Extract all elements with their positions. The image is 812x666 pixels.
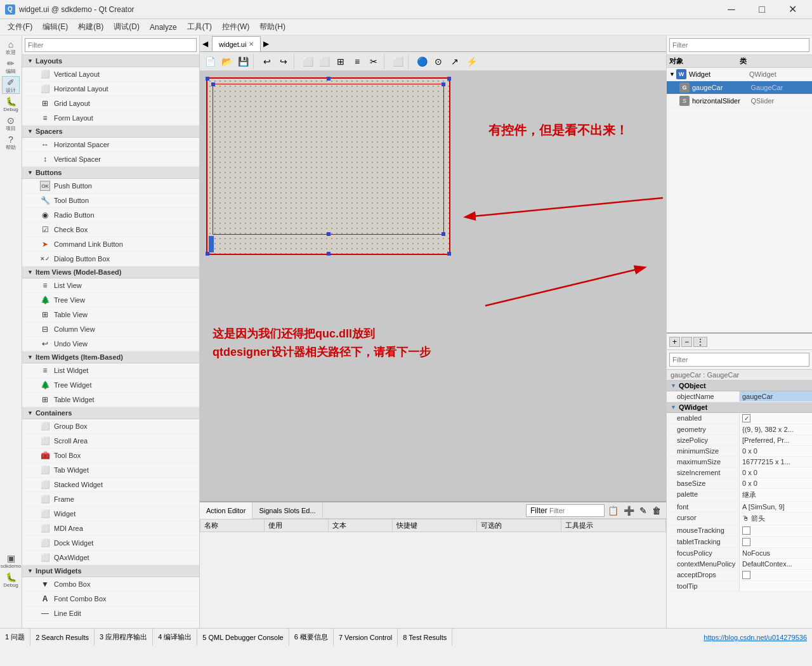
widget-horizontal-spacer[interactable]: ↔ Horizontal Spacer (22, 138, 199, 152)
status-qml-debug[interactable]: 5 QML Debugger Console (197, 629, 289, 646)
widget-horizontal-layout[interactable]: ⬜ Horizontal Layout (22, 82, 199, 96)
tab-arrow-left[interactable]: ◀ (200, 36, 211, 51)
menu-analyze[interactable]: Analyze (145, 22, 182, 33)
widget-undo-view[interactable]: ↩ Undo View (22, 337, 199, 351)
status-app-output[interactable]: 3 应用程序输出 (95, 629, 153, 646)
prop-category-qwidget[interactable]: ▼ QWidget (667, 402, 812, 413)
category-item-widgets[interactable]: Item Widgets (Item-Based) (22, 351, 199, 363)
prop-value-geometry[interactable]: {(9, 9), 382 x 2... (740, 424, 812, 434)
widget-stacked-widget[interactable]: ⬜ Stacked Widget (22, 478, 199, 492)
tb-undo[interactable]: ↩ (259, 54, 275, 69)
menu-help[interactable]: 帮助(H) (254, 20, 291, 34)
sidebar-help[interactable]: ? 帮助 (2, 133, 20, 151)
widget-tool-button[interactable]: 🔧 Tool Button (22, 193, 199, 208)
action-delete-btn[interactable]: 🗑 (650, 504, 664, 517)
widget-dock-widget[interactable]: ⬜ Dock Widget (22, 536, 199, 551)
canvas-widget[interactable] (206, 77, 450, 255)
action-new-btn[interactable]: ➕ (621, 504, 637, 517)
prop-value-minimumsize[interactable]: 0 x 0 (740, 446, 812, 456)
tablettracking-checkbox[interactable] (742, 538, 750, 546)
prop-value-contextmenupolicy[interactable]: DefaultContex... (740, 559, 812, 569)
menu-file[interactable]: 文件(F) (3, 20, 37, 34)
tb-grid-layout[interactable]: ⊞ (333, 54, 348, 69)
prop-value-sizepolicy[interactable]: [Preferred, Pr... (740, 435, 812, 445)
tb-signal-slot[interactable]: ⚡ (464, 54, 479, 69)
sidebar-project[interactable]: ⊙ 项目 (2, 114, 20, 132)
obj-row-gaugecar[interactable]: G gaugeCar GaugeCar (667, 81, 812, 95)
widget-qaxwidget[interactable]: ⬜ QAxWidget (22, 551, 199, 565)
obj-row-slider[interactable]: S horizontalSlider QSlider (667, 95, 812, 108)
tab-widget-ui[interactable]: widget.ui ✕ (212, 36, 261, 51)
menu-build[interactable]: 构建(B) (73, 20, 108, 34)
prop-value-sizeincrement[interactable]: 0 x 0 (740, 467, 812, 478)
handle-bm[interactable] (327, 252, 331, 256)
mousetracking-checkbox[interactable] (742, 526, 750, 535)
widget-tool-box[interactable]: 🧰 Tool Box (22, 448, 199, 463)
tab-close-widget-ui[interactable]: ✕ (249, 41, 254, 48)
prop-value-basesize[interactable]: 0 x 0 (740, 478, 812, 488)
prop-more-btn[interactable]: ⋮ (693, 337, 707, 347)
widget-radio-button[interactable]: ◉ Radio Button (22, 208, 199, 223)
widget-command-link[interactable]: ➤ Command Link Button (22, 237, 199, 252)
tb-buddy[interactable]: ↗ (447, 54, 462, 69)
widget-font-combo-box[interactable]: A Font Combo Box (22, 592, 199, 606)
tb-break-layout[interactable]: ✂ (366, 54, 381, 69)
obj-row-widget[interactable]: ▼ W Widget QWidget (667, 68, 812, 81)
sidebar-design[interactable]: ✐ 设计 (2, 76, 20, 94)
prop-add-btn[interactable]: + (669, 337, 680, 347)
handle-br[interactable] (447, 252, 451, 256)
tab-arrow-right[interactable]: ▶ (261, 36, 272, 51)
widget-tab-widget[interactable]: ⬜ Tab Widget (22, 463, 199, 478)
widget-push-button[interactable]: OK Push Button (22, 179, 199, 193)
widget-tree-view[interactable]: 🌲 Tree View (22, 293, 199, 308)
tb-redo[interactable]: ↪ (276, 54, 291, 69)
menu-debug[interactable]: 调试(D) (108, 20, 145, 34)
category-layouts[interactable]: Layouts (22, 55, 199, 67)
inner-handle-br[interactable] (442, 232, 445, 236)
inner-handle-tr[interactable] (442, 82, 445, 86)
enabled-checkbox[interactable] (742, 414, 750, 422)
minimize-button[interactable]: ─ (717, 0, 746, 19)
tb-edit-widget[interactable]: 🔵 (414, 54, 429, 69)
category-input-widgets[interactable]: Input Widgets (22, 565, 199, 577)
widget-table-view[interactable]: ⊞ Table View (22, 308, 199, 322)
tab-action-editor[interactable]: Action Editor (200, 502, 252, 519)
widget-dialog-button-box[interactable]: ✕✓ Dialog Button Box (22, 252, 199, 266)
prop-value-tablettracking[interactable] (740, 537, 812, 547)
action-add-btn[interactable]: 📋 (605, 504, 621, 517)
widget-line-edit[interactable]: — Line Edit (22, 606, 199, 621)
widget-grid-layout[interactable]: ⊞ Grid Layout (22, 96, 199, 111)
status-general[interactable]: 6 概要信息 (289, 629, 334, 646)
status-version-control[interactable]: 7 Version Control (334, 629, 398, 646)
status-search[interactable]: 2 Search Results (30, 629, 95, 646)
tb-new[interactable]: 📄 (202, 54, 218, 69)
tb-h-layout[interactable]: ⬜ (300, 54, 315, 69)
menu-controls[interactable]: 控件(W) (217, 20, 254, 34)
widget-group-box[interactable]: ⬜ Group Box (22, 419, 199, 434)
prop-filter-input[interactable] (669, 353, 809, 367)
widget-form-layout[interactable]: ≡ Form Layout (22, 111, 199, 126)
prop-value-mousetracking[interactable] (740, 525, 812, 536)
prop-value-maximumsize[interactable]: 16777215 x 1... (740, 457, 812, 467)
tb-adjust[interactable]: ⬜ (390, 54, 405, 69)
canvas-container[interactable]: 有控件，但是看不出来！ (200, 71, 666, 501)
prop-value-palette[interactable]: 继承 (740, 489, 812, 501)
prop-value-focuspolicy[interactable]: NoFocus (740, 548, 812, 558)
tb-save[interactable]: 💾 (235, 54, 251, 69)
category-item-views[interactable]: Item Views (Model-Based) (22, 266, 199, 278)
tb-open[interactable]: 📂 (219, 54, 234, 69)
sidebar-sdkdemo[interactable]: ▣ sdkdemo (2, 552, 20, 570)
widget-list-view[interactable]: ≡ List View (22, 278, 199, 293)
widget-scroll-area[interactable]: ⬜ Scroll Area (22, 434, 199, 448)
tab-signals-slots[interactable]: Signals Slots Ed... (252, 502, 322, 519)
handle-tr[interactable] (447, 77, 451, 81)
sidebar-welcome[interactable]: ⌂ 欢迎 (2, 38, 20, 56)
widget-list-widget[interactable]: ≡ List Widget (22, 363, 199, 378)
prop-value-objectname[interactable]: gaugeCar (740, 391, 812, 402)
menu-edit[interactable]: 编辑(E) (37, 20, 73, 34)
widget-column-view[interactable]: ⊟ Column View (22, 322, 199, 337)
action-filter-input[interactable] (549, 507, 600, 514)
prop-value-tooltip[interactable] (740, 581, 812, 591)
widget-vertical-spacer[interactable]: ↕ Vertical Spacer (22, 152, 199, 167)
object-filter-input[interactable] (669, 38, 809, 52)
